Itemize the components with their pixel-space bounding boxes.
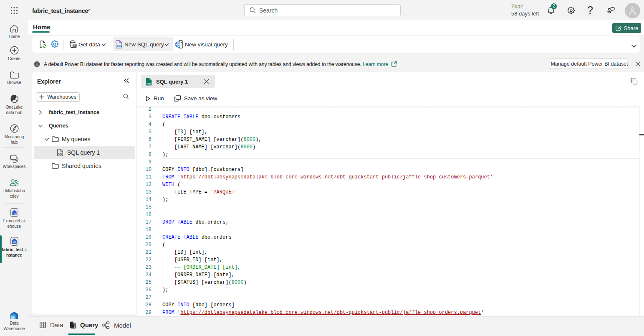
svg-text:SQL: SQL [117,44,122,47]
svg-text:SQL: SQL [146,82,152,84]
svg-text:SQL: SQL [58,153,63,155]
